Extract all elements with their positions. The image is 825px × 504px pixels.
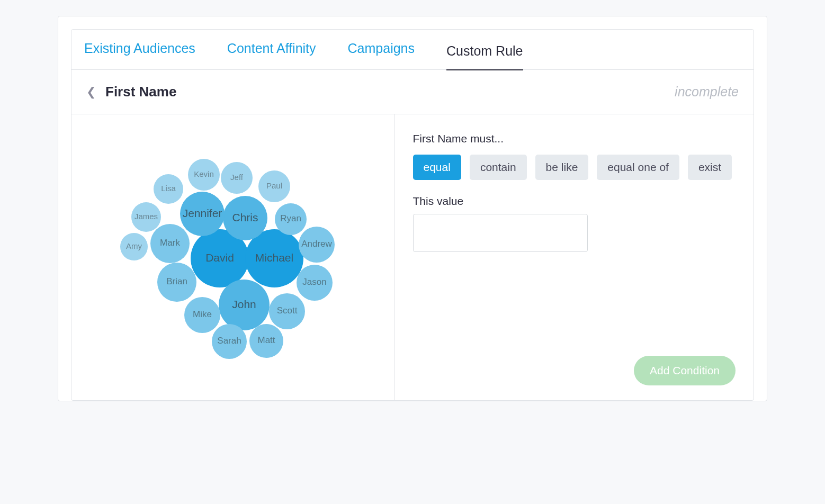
tab-custom-rule[interactable]: Custom Rule [446, 40, 523, 70]
bubble-label: Jason [302, 277, 326, 287]
tab-campaigns[interactable]: Campaigns [348, 41, 415, 58]
operator-exist-button[interactable]: exist [688, 155, 732, 180]
value-input[interactable] [413, 214, 588, 252]
tab-content-affinity[interactable]: Content Affinity [227, 41, 316, 58]
subheader-left: ❮ First Name [86, 84, 176, 100]
split-pane: DavidMichaelJohnChrisJenniferMarkBrianMi… [71, 114, 754, 400]
bubble-label: Jeff [230, 173, 244, 182]
bubble-label: Andrew [301, 239, 332, 249]
form-pane: First Name must... equal contain be like… [395, 114, 754, 400]
bubble-label: Sarah [217, 336, 241, 346]
tabs: Existing Audiences Content Affinity Camp… [71, 30, 754, 70]
operator-contain-button[interactable]: contain [470, 155, 527, 180]
value-label: This value [413, 195, 736, 208]
page-title: First Name [105, 84, 176, 100]
bubble-label: Lisa [161, 184, 176, 193]
operator-belike-button[interactable]: be like [535, 155, 589, 180]
page-card: Existing Audiences Content Affinity Camp… [58, 16, 767, 401]
bubble-label: Matt [257, 335, 275, 345]
bubble-label: Kevin [194, 169, 214, 178]
bubble-label: James [134, 212, 158, 221]
bubble-label: Mike [193, 309, 212, 319]
chevron-left-icon[interactable]: ❮ [86, 85, 96, 99]
add-condition-button[interactable]: Add Condition [634, 356, 736, 385]
bubble-label: Amy [126, 241, 142, 250]
bubble-label: Chris [232, 211, 258, 223]
bubble-chart: DavidMichaelJohnChrisJenniferMarkBrianMi… [116, 125, 349, 374]
bubble-label: Ryan [280, 213, 301, 223]
bubble-label: Michael [255, 251, 293, 264]
bubble-label: Scott [276, 305, 297, 316]
subheader: ❮ First Name incomplete [71, 70, 754, 114]
bubble-label: Paul [266, 181, 282, 190]
bubble-label: Brian [166, 276, 187, 286]
operator-chips: equal contain be like equal one of exist [413, 155, 736, 180]
operator-equaloneof-button[interactable]: equal one of [597, 155, 679, 180]
bubble-label: John [232, 298, 256, 310]
operator-equal-button[interactable]: equal [413, 155, 461, 180]
inner-card: Existing Audiences Content Affinity Camp… [71, 29, 754, 401]
tab-existing-audiences[interactable]: Existing Audiences [84, 41, 195, 58]
bubble-label: David [205, 251, 234, 264]
bubble-label: Mark [160, 238, 180, 248]
operator-prompt: First Name must... [413, 132, 736, 145]
bubble-chart-pane: DavidMichaelJohnChrisJenniferMarkBrianMi… [71, 114, 395, 400]
status-badge: incomplete [675, 84, 739, 100]
bubble-label: Jennifer [182, 207, 222, 219]
